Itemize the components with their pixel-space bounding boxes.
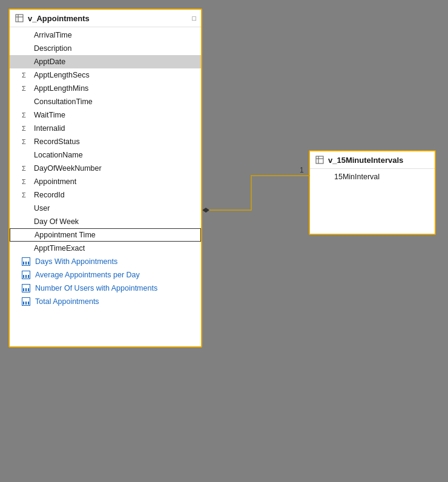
measure-icon (22, 297, 30, 306)
spacer (22, 205, 30, 212)
expand-icon[interactable]: □ (192, 15, 196, 22)
row-label: ApptDate (34, 58, 65, 66)
table-row[interactable]: ΣApptLengthMins (10, 82, 201, 95)
connector-from-label: * (205, 208, 208, 217)
table-row[interactable]: Number Of Users with Appointments (10, 282, 201, 295)
row-label: WaitTime (34, 111, 65, 119)
spacer (322, 173, 331, 180)
table-row[interactable]: User (10, 202, 201, 215)
intervals-table-header: v_15MinuteIntervals (310, 151, 435, 169)
row-label: Description (34, 44, 72, 53)
row-label: Appointment (34, 177, 76, 186)
row-label: Average Appointments per Day (35, 271, 140, 279)
row-label: RecordId (34, 191, 65, 199)
row-label: RecordStatus (34, 137, 80, 146)
row-label: Day Of Week (34, 217, 79, 226)
sigma-icon: Σ (22, 71, 30, 79)
appointments-table-title: v_Appointments (28, 14, 90, 23)
table-icon (15, 13, 24, 23)
table-row[interactable]: Average Appointments per Day (10, 268, 201, 282)
sigma-icon: Σ (22, 191, 30, 199)
row-label: ConsultationTime (34, 97, 93, 106)
table-row[interactable]: ΣDayOfWeekNumber (10, 162, 201, 175)
svg-rect-0 (16, 15, 23, 22)
table-row[interactable]: ApptTimeExact (10, 242, 201, 255)
table-row[interactable]: ΣRecordId (10, 188, 201, 202)
intervals-rows: 15MinInterval (310, 169, 435, 185)
spacer (22, 151, 30, 159)
row-label: ArrivalTime (34, 31, 72, 39)
sigma-icon: Σ (22, 111, 30, 119)
intervals-table: v_15MinuteIntervals 15MinInterval (309, 150, 436, 235)
row-label: LocationName (34, 151, 83, 159)
appointments-table-header: v_Appointments □ (10, 10, 201, 27)
table-row[interactable]: ΣInternalid (10, 122, 201, 135)
row-label: Total Appointments (35, 297, 99, 306)
spacer (22, 231, 31, 239)
appointments-rows: ArrivalTime Description ApptDateΣApptLen… (10, 27, 201, 309)
row-label: ApptTimeExact (34, 244, 85, 253)
measure-icon (22, 271, 30, 279)
sigma-icon: Σ (22, 85, 30, 92)
sigma-icon: Σ (22, 125, 30, 132)
sigma-icon: Σ (22, 178, 30, 185)
row-label: Days With Appointments (35, 257, 117, 266)
intervals-table-title: v_15MinuteIntervals (328, 156, 403, 165)
row-label: ApptLengthMins (34, 84, 88, 93)
row-label: User (34, 204, 50, 213)
row-label: ApptLengthSecs (34, 71, 90, 79)
connector-diamond (202, 208, 209, 213)
table-row[interactable]: Days With Appointments (10, 255, 201, 268)
table-icon-2 (315, 155, 324, 165)
measure-icon (22, 257, 30, 266)
table-row[interactable]: Total Appointments (10, 295, 201, 308)
table-row[interactable]: Day Of Week (10, 215, 201, 228)
sigma-icon: Σ (22, 138, 30, 145)
table-row[interactable]: ΣWaitTime (10, 108, 201, 122)
table-row[interactable]: ArrivalTime (10, 28, 201, 42)
row-label: Internalid (34, 124, 65, 133)
spacer (22, 98, 30, 105)
measure-icon (22, 284, 30, 292)
spacer (22, 218, 30, 225)
row-label: Number Of Users with Appointments (35, 284, 157, 292)
table-row[interactable]: ΣAppointment (10, 175, 201, 188)
row-label: Appointment Time (35, 231, 96, 239)
spacer (22, 58, 30, 65)
table-row[interactable]: 15MinInterval (310, 170, 435, 183)
svg-rect-3 (316, 156, 323, 163)
spacer (22, 245, 30, 252)
row-label: DayOfWeekNumber (34, 164, 102, 173)
spacer (22, 45, 30, 52)
table-row[interactable]: LocationName (10, 148, 201, 162)
table-row[interactable]: ApptDate (10, 55, 201, 68)
connector-line (202, 176, 310, 210)
row-label: 15MinInterval (334, 173, 380, 181)
sigma-icon: Σ (22, 165, 30, 172)
table-row[interactable]: ΣApptLengthSecs (10, 68, 201, 82)
table-row[interactable]: Appointment Time (10, 228, 201, 242)
table-row[interactable]: Description (10, 42, 201, 55)
connector-to-label: 1 (300, 166, 304, 174)
appointments-table: v_Appointments □ ArrivalTime Description… (8, 8, 202, 348)
table-row[interactable]: ConsultationTime (10, 95, 201, 108)
table-row[interactable]: ΣRecordStatus (10, 135, 201, 148)
spacer (22, 31, 30, 39)
